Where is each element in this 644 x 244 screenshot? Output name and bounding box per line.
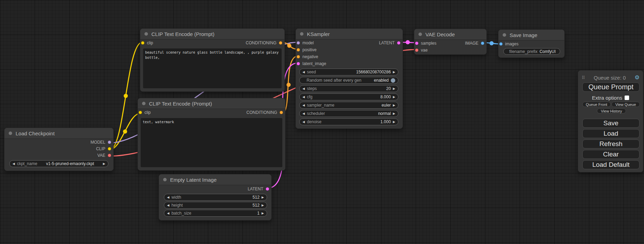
widget-ckpt-name[interactable]: ◀ ckpt_name v1-5-pruned-emaonly.ckpt ▶: [9, 160, 108, 167]
increment-arrow-icon[interactable]: ▶: [393, 96, 395, 99]
increment-arrow-icon[interactable]: ▶: [393, 112, 395, 115]
output-port-vae[interactable]: [108, 154, 111, 157]
input-port-samples[interactable]: [415, 42, 418, 45]
output-port-image[interactable]: [481, 42, 484, 45]
widget-label: Random seed after every gen: [307, 78, 361, 83]
toggle-knob-icon[interactable]: [391, 78, 395, 83]
widget-sampler-name[interactable]: ◀ sampler_name euler ▶: [299, 102, 398, 109]
collapse-dot-icon[interactable]: [163, 178, 167, 181]
input-label-negative: negative: [302, 54, 318, 59]
positive-prompt-textarea[interactable]: beautiful scenery nature glass bottle la…: [143, 48, 282, 88]
input-port-negative[interactable]: [297, 55, 300, 58]
save-button[interactable]: Save: [582, 119, 639, 128]
widget-cfg[interactable]: ◀ cfg 8.000 ▶: [299, 93, 398, 100]
output-port-latent[interactable]: [266, 187, 269, 191]
widget-steps[interactable]: ◀ steps 20 ▶: [299, 85, 398, 92]
link-dot[interactable]: [287, 44, 291, 48]
node-title-bar[interactable]: Empty Latent Image: [159, 174, 271, 185]
decrement-arrow-icon[interactable]: ◀: [302, 112, 305, 115]
node-title-bar[interactable]: Save Image: [499, 30, 564, 40]
collapse-dot-icon[interactable]: [300, 32, 303, 36]
node-graph-canvas[interactable]: { "colors": { "model": "#b39ddb", "clip"…: [0, 0, 644, 244]
output-port-conditioning[interactable]: [279, 41, 282, 45]
collapse-dot-icon[interactable]: [144, 32, 148, 36]
decrement-arrow-icon[interactable]: ◀: [167, 204, 169, 207]
node-title-bar[interactable]: CLIP Text Encode (Prompt): [138, 98, 285, 109]
decrement-arrow-icon[interactable]: ◀: [302, 71, 305, 74]
decrement-arrow-icon[interactable]: ◀: [167, 212, 169, 215]
collapse-dot-icon[interactable]: [142, 102, 145, 105]
link-dot[interactable]: [489, 41, 494, 45]
collapse-dot-icon[interactable]: [9, 132, 12, 135]
settings-gear-icon[interactable]: ⚙: [635, 75, 639, 80]
decrement-arrow-icon[interactable]: ◀: [302, 120, 305, 124]
widget-batch-size[interactable]: ◀ batch_size 1 ▶: [164, 210, 267, 217]
input-port-vae[interactable]: [415, 48, 418, 52]
decrement-arrow-icon[interactable]: ◀: [302, 96, 305, 99]
output-port-conditioning[interactable]: [280, 111, 283, 114]
negative-prompt-textarea[interactable]: text, watermark: [141, 118, 282, 167]
widget-denoise[interactable]: ◀ denoise 1.000 ▶: [299, 118, 398, 125]
input-port-clip[interactable]: [141, 41, 144, 45]
link-dot[interactable]: [406, 40, 410, 44]
increment-arrow-icon[interactable]: ▶: [262, 204, 264, 207]
widget-label: height: [171, 203, 183, 208]
increment-arrow-icon[interactable]: ▶: [103, 162, 105, 165]
decrement-arrow-icon[interactable]: ◀: [302, 104, 305, 107]
node-ksampler[interactable]: KSampler model positive negative latent_…: [295, 28, 403, 129]
increment-arrow-icon[interactable]: ▶: [393, 87, 395, 90]
input-port-images[interactable]: [499, 42, 503, 46]
widget-seed[interactable]: ◀ seed 156680208700286 ▶: [299, 69, 398, 75]
node-title-bar[interactable]: Load Checkpoint: [5, 128, 113, 139]
node-vae-decode[interactable]: VAE Decode samples vae IMAGE: [414, 29, 487, 55]
widget-label: batch_size: [171, 211, 191, 216]
collapse-dot-icon[interactable]: [418, 33, 422, 36]
widget-filename-prefix[interactable]: filename_prefix ComfyUI: [503, 48, 560, 55]
drag-handle-icon[interactable]: ⠿: [582, 75, 585, 80]
widget-random-seed-toggle[interactable]: Random seed after every gen enabled: [299, 77, 398, 84]
collapse-dot-icon[interactable]: [503, 33, 506, 37]
load-default-button[interactable]: Load Default: [582, 160, 639, 169]
node-title-bar[interactable]: KSampler: [296, 29, 403, 39]
increment-arrow-icon[interactable]: ▶: [262, 196, 264, 199]
decrement-arrow-icon[interactable]: ◀: [12, 162, 15, 165]
input-port-model[interactable]: [297, 41, 300, 45]
decrement-arrow-icon[interactable]: ◀: [167, 196, 169, 199]
link-dot[interactable]: [123, 129, 127, 134]
node-empty-latent-image[interactable]: Empty Latent Image LATENT ◀ width 512 ▶ …: [159, 174, 272, 220]
node-title: VAE Decode: [425, 31, 455, 37]
link-dot[interactable]: [286, 83, 291, 87]
widget-height[interactable]: ◀ height 512 ▶: [164, 202, 267, 209]
node-title-bar[interactable]: CLIP Text Encode (Prompt): [140, 29, 284, 39]
node-clip-text-encode-positive[interactable]: CLIP Text Encode (Prompt) clip CONDITION…: [140, 28, 285, 92]
link-dot[interactable]: [124, 94, 128, 98]
input-port-positive[interactable]: [297, 48, 300, 52]
load-button[interactable]: Load: [582, 129, 639, 138]
output-port-model[interactable]: [108, 141, 111, 144]
increment-arrow-icon[interactable]: ▶: [393, 71, 395, 74]
view-queue-button[interactable]: View Queue: [611, 102, 640, 107]
increment-arrow-icon[interactable]: ▶: [262, 212, 264, 215]
view-history-button[interactable]: View History: [597, 108, 626, 114]
queue-prompt-button[interactable]: Queue Prompt: [582, 82, 639, 92]
output-label-conditioning: CONDITIONING: [246, 40, 276, 45]
widget-label: filename_prefix: [509, 49, 537, 54]
widget-width[interactable]: ◀ width 512 ▶: [164, 194, 267, 201]
input-port-clip[interactable]: [139, 111, 142, 114]
refresh-button[interactable]: Refresh: [582, 139, 639, 148]
increment-arrow-icon[interactable]: ▶: [393, 120, 395, 124]
input-port-latent-image[interactable]: [297, 62, 300, 65]
node-clip-text-encode-negative[interactable]: CLIP Text Encode (Prompt) clip CONDITION…: [138, 98, 285, 171]
node-load-checkpoint[interactable]: Load Checkpoint MODEL CLIP VAE ◀ ckpt_na…: [4, 128, 114, 171]
decrement-arrow-icon[interactable]: ◀: [302, 87, 305, 90]
node-title-bar[interactable]: VAE Decode: [414, 29, 486, 40]
extra-options-checkbox[interactable]: [625, 96, 629, 100]
widget-label: scheduler: [307, 111, 325, 116]
queue-front-button[interactable]: Queue Front: [582, 102, 611, 107]
output-port-latent[interactable]: [397, 41, 400, 45]
widget-scheduler[interactable]: ◀ scheduler normal ▶: [299, 110, 398, 117]
clear-button[interactable]: Clear: [582, 150, 639, 159]
output-port-clip[interactable]: [108, 147, 111, 151]
node-save-image[interactable]: Save Image images filename_prefix ComfyU…: [498, 29, 565, 58]
increment-arrow-icon[interactable]: ▶: [393, 104, 395, 107]
